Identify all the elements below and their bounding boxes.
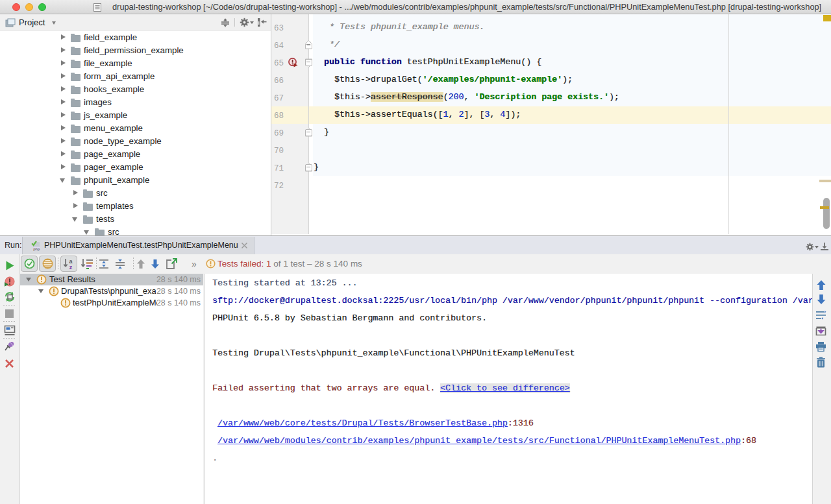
svg-text:z: z: [69, 264, 73, 270]
svg-text:php: php: [33, 247, 40, 251]
